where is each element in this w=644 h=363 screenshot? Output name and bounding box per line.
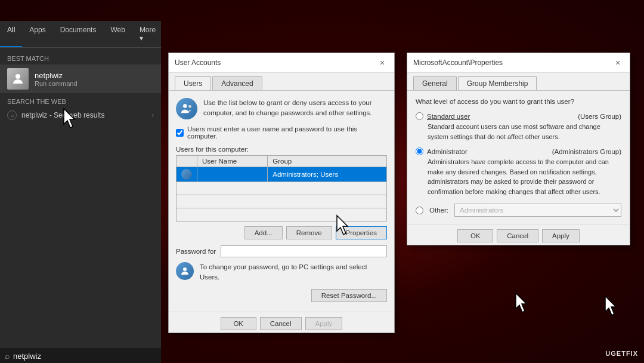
reset-password-button[interactable]: Reset Password...: [311, 289, 387, 302]
ms-account-content: What level of access do you want to gran…: [407, 91, 630, 224]
administrator-row: Administrator (Administrators Group): [416, 147, 621, 155]
users-icon: [176, 98, 197, 119]
reset-row: Reset Password...: [176, 289, 387, 302]
ms-account-close-button[interactable]: ×: [612, 57, 624, 69]
ms-account-titlebar: MicrosoftAccount\Properties ×: [407, 53, 630, 73]
checkbox-label: Users must enter a user name and passwor…: [187, 125, 387, 140]
svg-marker-6: [516, 293, 527, 312]
user-accounts-footer: OK Cancel Apply: [169, 312, 394, 333]
info-row-2: To change your password, go to PC settin…: [176, 262, 387, 283]
other-radio[interactable]: [416, 207, 423, 214]
ms-account-title-suffix: Properties: [470, 59, 503, 67]
watermark: UGETFIX: [605, 350, 638, 357]
search-circle-icon: ⌕: [7, 110, 17, 120]
other-select[interactable]: Administrators: [454, 204, 621, 217]
result-name: netplwiz: [35, 71, 78, 80]
search-panel: All Apps Documents Web More ▾ Best match…: [0, 21, 161, 363]
ms-account-tabs: General Group Membership: [407, 73, 630, 91]
search-tabs: All Apps Documents Web More ▾: [0, 21, 161, 48]
must-enter-password-checkbox[interactable]: [176, 129, 184, 137]
th-group: Group: [268, 156, 387, 167]
properties-button[interactable]: Properties: [336, 226, 387, 239]
result-netplwiz[interactable]: netplwiz Run command: [0, 64, 161, 93]
ms-apply-button[interactable]: Apply: [542, 229, 580, 242]
administrator-label: Administrator: [427, 148, 467, 155]
password-input[interactable]: [221, 245, 387, 257]
password-label: Password for: [176, 248, 216, 255]
svg-point-2: [183, 104, 187, 107]
tab-general[interactable]: General: [413, 76, 457, 90]
user-accounts-dialog: User Accounts × Users Advanced Use the l…: [168, 53, 395, 333]
user-row-icon-cell: [177, 167, 197, 182]
tab-advanced[interactable]: Advanced: [212, 76, 262, 90]
other-row: Other: Administrators: [416, 204, 621, 217]
other-label: Other:: [429, 207, 448, 214]
ok-button[interactable]: OK: [221, 317, 256, 330]
search-icon: ⌕: [5, 351, 10, 361]
search-bar: ⌕: [0, 347, 161, 363]
table-row[interactable]: Administrators; Users: [177, 167, 387, 182]
web-item-text: netplwiz - See web results: [21, 111, 104, 119]
administrator-option: Administrator (Administrators Group) Adm…: [416, 147, 621, 196]
info-text: Use the list below to grant or deny user…: [203, 98, 387, 119]
apply-button[interactable]: Apply: [305, 317, 343, 330]
cursor-4: [604, 295, 621, 318]
th-username: User Name: [197, 156, 268, 167]
standard-user-desc: Standard account users can use most soft…: [428, 122, 621, 141]
th-icon: [177, 156, 197, 167]
standard-user-row: Standard user (Users Group): [416, 112, 621, 120]
table-row-empty3: [177, 208, 387, 222]
user-accounts-tabs: Users Advanced: [169, 73, 394, 91]
user-accounts-close-button[interactable]: ×: [376, 57, 388, 69]
password-row: Password for: [176, 245, 387, 257]
ms-account-dialog: MicrosoftAccount\Properties × General Gr…: [407, 53, 630, 245]
tab-users[interactable]: Users: [175, 76, 211, 90]
user-row-group: Administrators; Users: [268, 167, 387, 182]
tab-group-membership[interactable]: Group Membership: [458, 76, 537, 90]
tab-all[interactable]: All: [0, 21, 22, 47]
standard-group-label: (Users Group): [578, 113, 621, 120]
ms-account-footer: OK Cancel Apply: [407, 224, 630, 245]
cursor-3: [515, 292, 531, 315]
chevron-right-icon: ›: [151, 111, 154, 119]
result-text: netplwiz Run command: [35, 71, 78, 87]
netplwiz-icon: [7, 68, 29, 90]
admin-group-label: (Administrators Group): [552, 148, 621, 155]
checkbox-row: Users must enter a user name and passwor…: [176, 125, 387, 140]
ms-cancel-button[interactable]: Cancel: [497, 229, 538, 242]
tab-apps[interactable]: Apps: [22, 21, 52, 47]
remove-button[interactable]: Remove: [286, 226, 332, 239]
web-search-item[interactable]: ⌕ netplwiz - See web results ›: [0, 107, 161, 123]
info-row: Use the list below to grant or deny user…: [176, 98, 387, 119]
best-match-label: Best match: [0, 53, 161, 64]
user-row-name: [197, 167, 268, 182]
user-avatar-icon: [181, 169, 192, 180]
tab-more[interactable]: More ▾: [132, 21, 163, 47]
user-action-buttons: Add... Remove Properties: [176, 226, 387, 239]
cancel-button[interactable]: Cancel: [260, 317, 302, 330]
svg-point-3: [188, 105, 191, 108]
info-text-2: To change your password, go to PC settin…: [200, 262, 387, 283]
standard-user-label: Standard user: [427, 113, 470, 120]
user-accounts-titlebar: User Accounts ×: [169, 53, 394, 73]
users-section-label: Users for this computer:: [176, 146, 387, 153]
ms-ok-button[interactable]: OK: [457, 229, 493, 242]
ms-account-title: MicrosoftAccount\Properties: [413, 59, 612, 67]
users-table: User Name Group Administrators; Users: [176, 155, 387, 222]
administrator-desc: Administrators have complete access to t…: [428, 157, 621, 196]
add-button[interactable]: Add...: [244, 226, 283, 239]
standard-user-option: Standard user (Users Group) Standard acc…: [416, 112, 621, 141]
tab-documents[interactable]: Documents: [53, 21, 104, 47]
result-subtitle: Run command: [35, 80, 78, 87]
tab-web[interactable]: Web: [103, 21, 132, 47]
access-question: What level of access do you want to gran…: [416, 98, 621, 105]
ms-account-title-prefix: MicrosoftAccount\: [413, 59, 470, 67]
search-web-label: Search the web: [0, 93, 161, 107]
standard-user-radio[interactable]: [416, 112, 423, 120]
search-results: Best match netplwiz Run command Search t…: [0, 48, 161, 347]
search-input[interactable]: [13, 352, 156, 361]
table-row-empty1: [177, 182, 387, 195]
svg-point-4: [183, 267, 187, 271]
administrator-radio[interactable]: [416, 147, 423, 155]
svg-marker-7: [605, 296, 616, 315]
